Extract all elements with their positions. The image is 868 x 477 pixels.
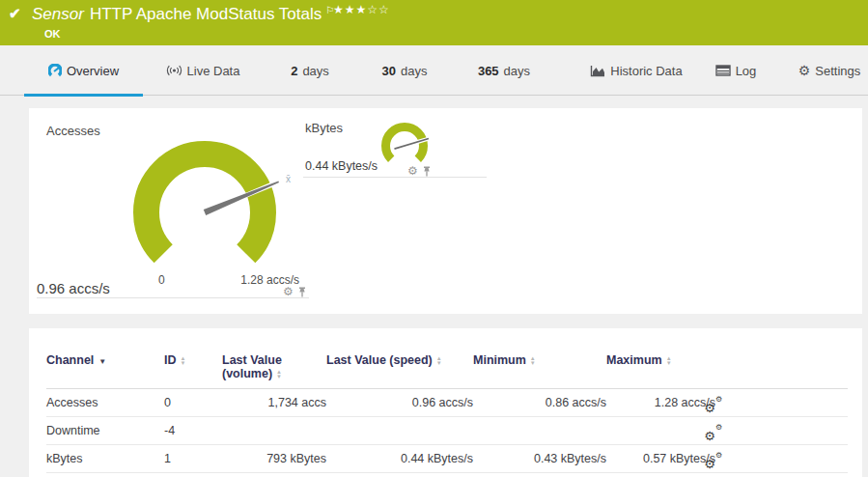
- tab-number: 365: [478, 64, 499, 78]
- table-row[interactable]: Accesses 0 1,734 accs 0.96 accs/s 0.86 a…: [46, 389, 848, 417]
- pin-icon[interactable]: [422, 166, 432, 177]
- cell-last-volume: [222, 417, 326, 445]
- area-chart-icon: [590, 64, 605, 77]
- cell-minimum: 0.43 kBytes/s: [473, 445, 606, 473]
- sort-icon: ▲▼: [436, 356, 442, 366]
- tab-label: Live Data: [187, 64, 240, 78]
- log-list-icon: [715, 65, 731, 76]
- cell-last-volume: 1,734 accs: [222, 389, 326, 417]
- tile-divider: [37, 297, 309, 298]
- page-title: SensorHTTP Apache ModStatus Totals⚐: [32, 5, 334, 24]
- channels-panel: Channel▼ ID▲▼ Last Value (volume)▲▼ Last…: [29, 328, 862, 477]
- tab-log[interactable]: Log: [708, 45, 764, 96]
- gauge-tile-actions: ⚙: [407, 165, 432, 177]
- cell-minimum: 0.86 accs/s: [473, 389, 606, 417]
- gauge-current-value-kbytes: 0.44 kBytes/s: [305, 159, 378, 173]
- tab-overview[interactable]: Overview: [24, 45, 143, 96]
- cell-channel[interactable]: kBytes: [46, 445, 164, 473]
- tab-label: days: [504, 64, 530, 78]
- stars-empty: ☆☆: [367, 3, 390, 16]
- channels-table: Channel▼ ID▲▼ Last Value (volume)▲▼ Last…: [46, 342, 848, 473]
- cell-channel[interactable]: Downtime: [46, 417, 164, 445]
- tab-historic-data[interactable]: Historic Data: [582, 45, 690, 96]
- sensor-name: HTTP Apache ModStatus Totals: [90, 5, 322, 23]
- gauge-min-label: 0: [158, 273, 165, 287]
- tab-settings[interactable]: ⚙ Settings: [795, 45, 864, 96]
- cell-channel[interactable]: Accesses: [46, 389, 164, 417]
- average-marker: x̄: [286, 174, 291, 184]
- sort-icon: ▲▼: [530, 356, 536, 366]
- status-ok-check-icon: ✔: [9, 5, 21, 22]
- pin-icon[interactable]: [297, 287, 307, 297]
- column-header-actions: [715, 342, 848, 389]
- column-header-maximum[interactable]: Maximum▲▼: [606, 342, 715, 389]
- cell-id: 1: [164, 445, 222, 473]
- sort-desc-icon: ▼: [98, 357, 106, 366]
- status-badge: OK: [44, 28, 61, 40]
- gauge-icon: [48, 64, 62, 77]
- gauges-panel: Accesses x̄ 0 1.28 accs/s 0.96 accs/s ⚙ …: [29, 108, 862, 314]
- tab-label: Overview: [67, 64, 119, 78]
- cell-last-speed: 0.44 kBytes/s: [326, 445, 473, 473]
- column-header-id[interactable]: ID▲▼: [164, 342, 222, 389]
- gauge-title-kbytes: kBytes: [305, 121, 343, 135]
- tab-bar: Overview Live Data 2 days 30 days 365 da…: [0, 45, 868, 96]
- gauge-current-value-accesses: 0.96 accs/s: [37, 280, 110, 296]
- accesses-gauge: x̄: [108, 130, 311, 293]
- tile-divider: [303, 177, 487, 178]
- gauge-arc: [147, 154, 264, 254]
- gear-icon[interactable]: ⚙: [407, 165, 418, 177]
- gauge-title-accesses: Accesses: [46, 124, 100, 138]
- tab-label: days: [401, 64, 427, 78]
- sensor-header: ✔ SensorHTTP Apache ModStatus Totals⚐ ★★…: [0, 0, 868, 45]
- cell-maximum: 1.28 accs/s: [606, 389, 715, 417]
- tab-2-days[interactable]: 2 days: [280, 45, 340, 96]
- tab-number: 2: [291, 64, 297, 78]
- table-header-row: Channel▼ ID▲▼ Last Value (volume)▲▼ Last…: [46, 342, 848, 389]
- stars-filled: ★★★: [333, 3, 367, 16]
- tab-365-days[interactable]: 365 days: [466, 45, 542, 96]
- column-header-channel[interactable]: Channel▼: [46, 342, 164, 389]
- priority-stars[interactable]: ★★★☆☆: [333, 3, 390, 16]
- tab-label: Historic Data: [610, 64, 682, 78]
- sensor-kind-label: Sensor: [32, 5, 84, 23]
- tab-label: Log: [736, 64, 757, 78]
- broadcast-icon: [166, 64, 182, 77]
- cell-maximum: 0.57 kBytes/s: [606, 445, 715, 473]
- tab-label: days: [302, 64, 328, 78]
- sort-icon: ▲▼: [276, 370, 282, 379]
- cell-maximum: [606, 417, 715, 445]
- sort-icon: ▲▼: [181, 356, 186, 366]
- gear-icon: ⚙: [798, 64, 811, 77]
- tab-label: Settings: [815, 64, 860, 78]
- cell-id: 0: [164, 389, 222, 417]
- column-header-minimum[interactable]: Minimum▲▼: [473, 342, 606, 389]
- tab-live-data[interactable]: Live Data: [154, 45, 251, 96]
- tab-30-days[interactable]: 30 days: [372, 45, 437, 96]
- sort-icon: ▲▼: [666, 356, 672, 366]
- column-header-last-volume[interactable]: Last Value (volume)▲▼: [222, 342, 326, 389]
- gear-icon[interactable]: ⚙: [283, 286, 294, 297]
- table-row[interactable]: kBytes 1 793 kBytes 0.44 kBytes/s 0.43 k…: [46, 445, 848, 473]
- column-header-last-speed[interactable]: Last Value (speed)▲▼: [326, 342, 473, 389]
- table-row[interactable]: Downtime -4 ⚙⚙: [46, 417, 848, 445]
- tab-number: 30: [382, 64, 396, 78]
- cell-last-speed: 0.96 accs/s: [326, 389, 473, 417]
- cell-id: -4: [164, 417, 222, 445]
- cell-last-volume: 793 kBytes: [222, 445, 326, 473]
- cell-minimum: [473, 417, 606, 445]
- cell-last-speed: [326, 417, 473, 445]
- gauge-tile-actions: ⚙: [283, 286, 307, 297]
